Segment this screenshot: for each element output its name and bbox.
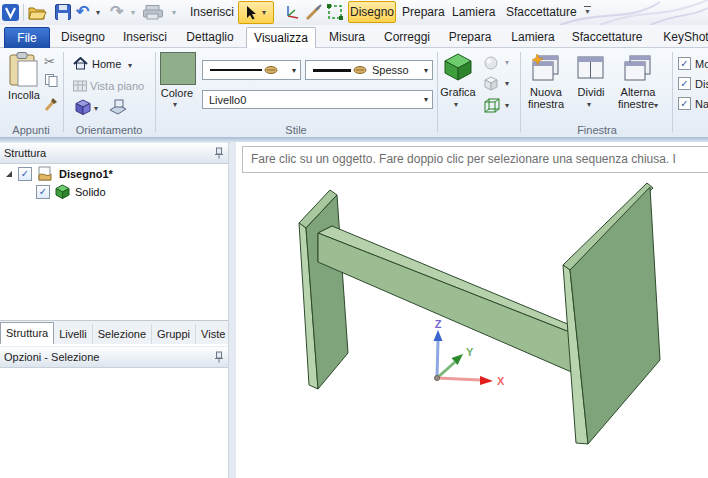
panel-tab-livelli[interactable]: Livelli <box>54 324 93 344</box>
new-window-button[interactable]: Nuova finestra <box>524 86 568 110</box>
redo-icon[interactable]: ↷ <box>110 1 123 22</box>
save-icon[interactable] <box>55 4 71 20</box>
cube-orientation-icon[interactable] <box>75 99 91 115</box>
tree-child-label[interactable]: Solido <box>75 186 106 198</box>
color-button[interactable]: Colore <box>156 87 198 99</box>
panel-tab-gruppi[interactable]: Gruppi <box>152 324 196 344</box>
split-dropdown-icon[interactable]: ▾ <box>587 100 591 109</box>
split-window-icon[interactable] <box>577 54 605 82</box>
home-button[interactable]: Home <box>92 58 121 70</box>
title-bar: ↶ ▾ ↷ ▾ ▾ Inserisci ▾ <box>0 0 708 26</box>
print-icon[interactable] <box>143 5 163 20</box>
opzioni-panel-header: Opzioni - Selezione <box>0 346 228 368</box>
tree-expander-icon[interactable] <box>4 169 14 179</box>
tab-disegno[interactable]: Disegno <box>56 27 110 47</box>
checkbox-checked-icon[interactable]: ✓ <box>678 97 691 110</box>
tab-dettaglio[interactable]: Dettaglio <box>180 27 240 47</box>
insert-toolbar-label: Inserisci <box>190 2 234 23</box>
cursor-dropdown-icon: ▾ <box>262 8 266 17</box>
new-window-icon[interactable] <box>530 54 560 82</box>
checkbox-checked-icon[interactable]: ✓ <box>678 77 691 90</box>
panel-tab-viste[interactable]: Viste <box>196 324 230 344</box>
tab-sfaccettature[interactable]: Sfaccettature <box>568 27 646 47</box>
switch-windows-icon[interactable] <box>622 54 652 82</box>
group-separator <box>63 52 64 132</box>
tree-row-root[interactable]: ✓ Disegno1* <box>4 166 113 181</box>
toolbar-separator <box>23 4 24 21</box>
grafica-cube-icon[interactable] <box>443 53 473 81</box>
tree-checkbox[interactable]: ✓ <box>36 185 50 199</box>
copy-icon[interactable] <box>45 74 58 87</box>
grafica-dropdown-icon[interactable]: ▾ <box>454 100 458 109</box>
cut-icon[interactable]: ✂ <box>44 54 55 69</box>
home-dropdown-icon[interactable]: ▾ <box>128 61 132 70</box>
app-icon[interactable] <box>2 4 19 21</box>
toolbar-overflow-icon[interactable]: ▼ <box>584 6 591 16</box>
group-caption-stile: Stile <box>156 124 436 136</box>
tab-lamiera[interactable]: Lamiera <box>506 27 560 47</box>
menu-prepara[interactable]: Prepara <box>402 2 445 23</box>
tab-file[interactable]: File <box>4 27 50 49</box>
level-combo[interactable]: Livello0 ▾ <box>202 90 433 109</box>
undo-dropdown-icon[interactable]: ▾ <box>96 8 100 17</box>
axis-x-label: X <box>497 375 505 387</box>
ghost-cube-dropdown-icon[interactable]: ▾ <box>505 79 509 88</box>
switch-windows-button[interactable]: Alterna finestre▾ <box>614 86 662 110</box>
wireframe-dropdown-icon[interactable]: ▾ <box>505 101 509 110</box>
toggle-row-2[interactable]: ✓ Dis <box>678 77 708 90</box>
sphere-dropdown-icon[interactable]: ▾ <box>505 58 509 67</box>
format-painter-icon[interactable] <box>44 96 59 112</box>
tab-correggi[interactable]: Correggi <box>379 27 435 47</box>
toggle-row-1[interactable]: ✓ Mo <box>678 57 708 70</box>
needle-tool-icon[interactable] <box>306 4 322 21</box>
pin-icon[interactable] <box>214 147 224 159</box>
struttura-panel-header: Struttura <box>0 142 228 164</box>
paste-button[interactable]: Incolla <box>3 89 45 101</box>
line-style-dropdown-icon: ▾ <box>288 66 300 75</box>
undo-icon[interactable]: ↶ <box>76 1 89 22</box>
vista-piano-button[interactable]: Vista piano <box>90 80 144 92</box>
checkbox-checked-icon[interactable]: ✓ <box>678 57 691 70</box>
grafica-button[interactable]: Grafica <box>438 86 478 98</box>
line-weight-combo[interactable]: Spesso ▾ <box>305 60 433 80</box>
toggle-row-3[interactable]: ✓ Nas <box>678 97 708 110</box>
thin-line-sample <box>210 69 262 71</box>
plane-view-icon[interactable] <box>108 98 128 116</box>
panel-tab-struttura[interactable]: Struttura <box>0 322 54 344</box>
wireframe-cube-icon[interactable] <box>484 98 500 114</box>
thick-line-sample <box>313 69 351 72</box>
line-style-combo[interactable]: ▾ <box>202 60 301 80</box>
pin-icon[interactable] <box>214 351 224 363</box>
select-cursor-button[interactable]: ▾ <box>238 1 274 24</box>
viewport-canvas[interactable]: Fare clic su un oggetto. Fare doppio cli… <box>236 142 708 478</box>
tree-root-label[interactable]: Disegno1* <box>59 168 113 180</box>
paste-clipboard-icon[interactable] <box>8 52 40 88</box>
left-panel: Struttura ✓ Disegno1* ✓ <box>0 142 228 478</box>
axes-tool-icon[interactable] <box>283 4 300 21</box>
split-button[interactable]: Dividi <box>572 86 610 98</box>
print-dropdown-icon[interactable]: ▾ <box>172 8 176 17</box>
selection-rectangle-icon[interactable] <box>327 4 343 20</box>
tree-row-solid[interactable]: ✓ Solido <box>36 184 106 199</box>
tab-inserisci[interactable]: Inserisci <box>118 27 172 47</box>
tab-prepara[interactable]: Prepara <box>443 27 497 47</box>
switch-windows-label-1: Alterna <box>614 86 662 98</box>
tab-keyshot[interactable]: KeyShot <box>658 27 708 47</box>
open-folder-icon[interactable] <box>28 4 47 20</box>
model-viewport[interactable]: Z Y X <box>236 142 708 478</box>
model-3d[interactable] <box>299 183 660 444</box>
menu-disegno[interactable]: Disegno <box>348 1 396 23</box>
color-dropdown-icon[interactable]: ▾ <box>173 100 177 109</box>
toggle-label-3: Nas <box>695 98 708 110</box>
tree-checkbox[interactable]: ✓ <box>18 167 32 181</box>
redo-dropdown-icon[interactable]: ▾ <box>131 8 135 17</box>
cube-dropdown-icon[interactable]: ▾ <box>94 104 98 113</box>
ribbon-tab-row: File Disegno Inserisci Dettaglio Visuali… <box>0 25 708 48</box>
shading-sphere-icon[interactable] <box>484 56 498 70</box>
tab-misura[interactable]: Misura <box>322 27 372 47</box>
tab-visualizza[interactable]: Visualizza <box>246 27 316 50</box>
ghost-cube-icon[interactable] <box>484 76 498 91</box>
menu-sfaccettature[interactable]: Sfaccettature <box>506 2 577 23</box>
panel-tab-selezione[interactable]: Selezione <box>93 324 152 344</box>
menu-lamiera[interactable]: Lamiera <box>452 2 495 23</box>
